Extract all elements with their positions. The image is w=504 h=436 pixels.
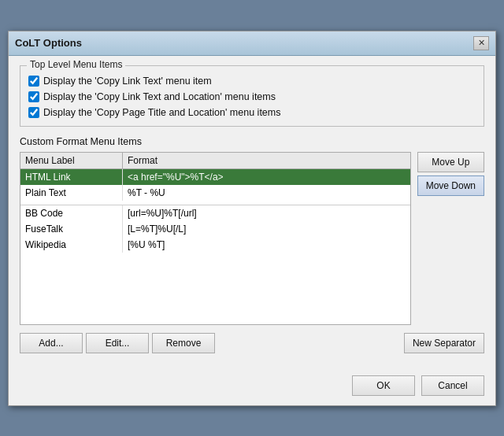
ok-button[interactable]: OK: [352, 375, 415, 396]
checkbox-copy-page-title[interactable]: [28, 107, 39, 118]
checkbox-copy-link-text-label: Display the 'Copy Link Text' menu item: [43, 76, 212, 87]
move-down-button[interactable]: Move Down: [417, 176, 484, 196]
bottom-left-buttons: Add... Edit... Remove: [20, 333, 215, 353]
add-button[interactable]: Add...: [20, 333, 83, 353]
cancel-button[interactable]: Cancel: [421, 375, 484, 396]
table-cell-label: HTML Link: [20, 169, 123, 185]
checkbox-copy-link-text[interactable]: [28, 76, 39, 87]
top-level-group-title: Top Level Menu Items: [27, 59, 125, 70]
table-row[interactable]: Wikipedia [%U %T]: [20, 237, 410, 253]
checkbox-row-1: Display the 'Copy Link Text' menu item: [28, 76, 476, 87]
table-row[interactable]: HTML Link <a href="%U">%T</a>: [20, 169, 410, 185]
checkbox-copy-page-title-label: Display the 'Copy Page Title and Locatio…: [43, 107, 280, 118]
move-up-button[interactable]: Move Up: [417, 152, 484, 172]
side-buttons: Move Up Move Down: [417, 152, 484, 196]
table-cell-format: [url=%U]%T[/url]: [123, 205, 410, 221]
close-button[interactable]: ✕: [473, 36, 489, 50]
title-bar: CoLT Options ✕: [9, 31, 495, 56]
dialog-title: CoLT Options: [15, 37, 82, 49]
table-row[interactable]: BB Code [url=%U]%T[/url]: [20, 205, 410, 221]
table-cell-format: <a href="%U">%T</a>: [123, 169, 410, 185]
remove-button[interactable]: Remove: [152, 333, 215, 353]
table-cell-label: Wikipedia: [20, 237, 123, 253]
checkbox-copy-link-text-location[interactable]: [28, 91, 39, 102]
colt-options-dialog: CoLT Options ✕ Top Level Menu Items Disp…: [8, 31, 496, 406]
col-header-format: Format: [123, 153, 410, 168]
table-cell-label: FuseTalk: [20, 221, 123, 237]
table-header: Menu Label Format: [20, 153, 410, 169]
bottom-buttons-row: Add... Edit... Remove New Separator: [20, 333, 484, 353]
custom-format-table: Menu Label Format HTML Link <a href="%U"…: [20, 152, 411, 325]
table-cell-format: [%U %T]: [123, 237, 410, 253]
table-row[interactable]: FuseTalk [L=%T]%U[/L]: [20, 221, 410, 237]
table-cell-format: [L=%T]%U[/L]: [123, 221, 410, 237]
dialog-body: Top Level Menu Items Display the 'Copy L…: [9, 56, 495, 369]
custom-format-label: Custom Format Menu Items: [20, 136, 484, 147]
checkbox-copy-link-text-location-label: Display the 'Copy Link Text and Location…: [43, 91, 276, 102]
checkbox-row-3: Display the 'Copy Page Title and Locatio…: [28, 107, 476, 118]
bottom-right-buttons: New Separator: [404, 333, 484, 353]
top-level-group: Top Level Menu Items Display the 'Copy L…: [20, 65, 484, 127]
new-separator-button[interactable]: New Separator: [404, 333, 484, 353]
col-header-menu-label: Menu Label: [20, 153, 123, 168]
table-cell-format: %T - %U: [123, 185, 410, 201]
table-cell-label: BB Code: [20, 205, 123, 221]
custom-format-section: Custom Format Menu Items Menu Label Form…: [20, 136, 484, 353]
table-cell-label: Plain Text: [20, 185, 123, 201]
table-row[interactable]: Plain Text %T - %U: [20, 185, 410, 201]
table-and-buttons: Menu Label Format HTML Link <a href="%U"…: [20, 152, 484, 325]
edit-button[interactable]: Edit...: [86, 333, 149, 353]
footer-row: OK Cancel: [9, 369, 495, 405]
checkbox-row-2: Display the 'Copy Link Text and Location…: [28, 91, 476, 102]
